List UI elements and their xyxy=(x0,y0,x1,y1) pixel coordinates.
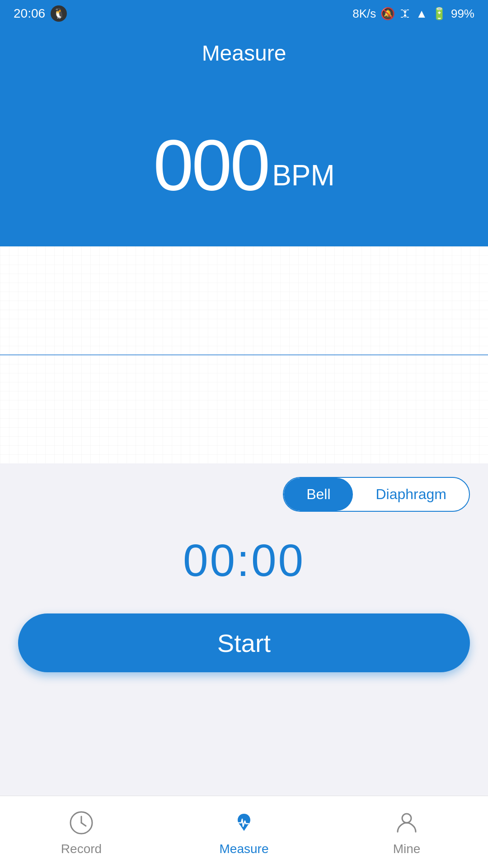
bpm-section: 000 BPM xyxy=(0,102,488,246)
start-button-container: Start xyxy=(0,613,488,690)
toggle-diaphragm[interactable]: Diaphragm xyxy=(353,478,469,511)
mute-icon: 🔕 xyxy=(380,7,395,21)
svg-point-6 xyxy=(402,814,411,823)
measure-icon xyxy=(230,808,258,837)
nav-item-record[interactable]: Record xyxy=(0,808,163,856)
nav-item-mine[interactable]: Mine xyxy=(325,808,488,856)
timer-section: 00:00 xyxy=(18,534,470,586)
ecg-grid xyxy=(0,246,488,463)
battery-icon: 🔋 xyxy=(432,7,446,21)
battery-percent: 99% xyxy=(451,7,474,21)
wifi-icon: ▲ xyxy=(416,7,427,21)
network-speed: 8K/s xyxy=(352,7,376,21)
toggle-container: Bell Diaphragm xyxy=(18,477,470,512)
status-left: 20:06 🐧 xyxy=(14,5,67,22)
ecg-chart xyxy=(0,246,488,463)
controls-section: Bell Diaphragm 00:00 xyxy=(0,463,488,586)
page-title: Measure xyxy=(0,41,488,66)
svg-line-5 xyxy=(81,823,86,826)
toggle-bell[interactable]: Bell xyxy=(284,478,353,511)
bpm-unit: BPM xyxy=(272,159,335,201)
status-right: 8K/s 🔕 ⯰ ▲ 🔋 99% xyxy=(352,7,474,21)
timer-display: 00:00 xyxy=(18,534,470,586)
header: Measure xyxy=(0,27,488,102)
status-bar: 20:06 🐧 8K/s 🔕 ⯰ ▲ 🔋 99% xyxy=(0,0,488,27)
nav-label-record: Record xyxy=(61,842,102,856)
mine-icon xyxy=(392,808,421,837)
bluetooth-icon: ⯰ xyxy=(399,7,411,21)
status-time: 20:06 xyxy=(14,6,45,21)
bottom-nav: Record Measure Mine xyxy=(0,796,488,868)
mode-toggle[interactable]: Bell Diaphragm xyxy=(283,477,470,512)
nav-label-mine: Mine xyxy=(393,842,421,856)
nav-label-measure: Measure xyxy=(220,842,269,856)
record-icon xyxy=(67,808,96,837)
bpm-value: 000 xyxy=(153,129,268,201)
nav-item-measure[interactable]: Measure xyxy=(163,808,325,856)
app-icon: 🐧 xyxy=(51,5,67,22)
start-button[interactable]: Start xyxy=(18,613,470,672)
